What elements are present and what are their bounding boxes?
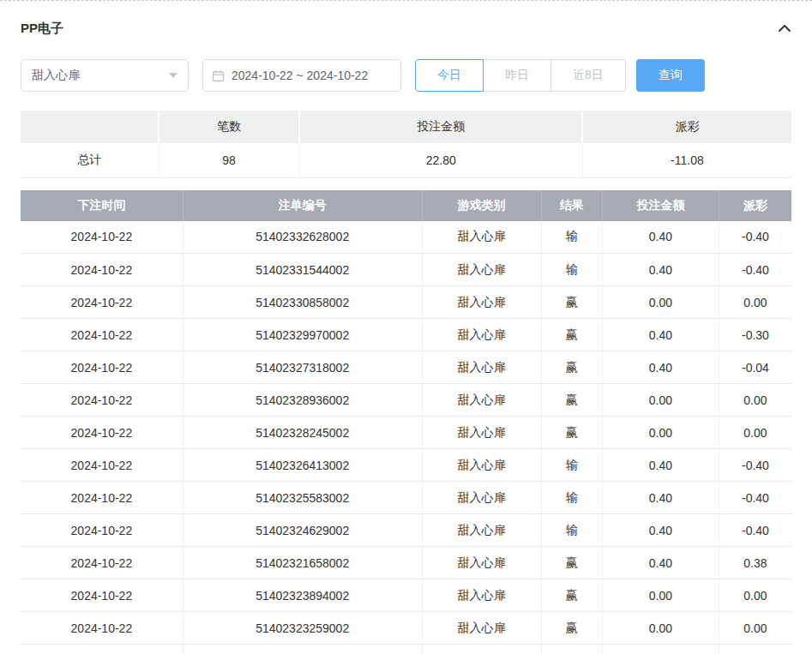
summary-header-bet-amount: 投注金额 — [299, 111, 582, 143]
result-cell: 赢 — [541, 286, 602, 319]
search-button[interactable]: 查询 — [636, 59, 705, 92]
panel-header: PP电子 — [21, 20, 791, 37]
bet-id-cell: 51402327318002 — [183, 351, 422, 384]
bet-id-cell: 51402332628002 — [183, 221, 422, 254]
bet-time-cell: 2024-10-22 — [21, 482, 183, 514]
game-type-cell: 甜入心扉 — [422, 612, 541, 645]
top-dashed-divider — [0, 0, 812, 1]
summary-header-count: 笔数 — [159, 111, 299, 143]
table-row: 2024-10-2251402329970002甜入心扉赢0.40-0.30 — [21, 319, 791, 351]
game-type-cell: 甜入心扉 — [422, 384, 541, 417]
payout-cell: -0.40 — [719, 514, 791, 547]
bet-id-cell: 51402321658002 — [183, 547, 422, 579]
payout-cell: 0.00 — [719, 384, 791, 417]
result-cell: 赢 — [541, 645, 602, 654]
table-row: 2024-10-2251402327318002甜入心扉赢0.40-0.04 — [21, 351, 791, 384]
payout-cell: 0.00 — [719, 286, 791, 319]
table-row: 2024-10-2251402321658002甜入心扉赢0.400.38 — [21, 547, 791, 579]
header-result: 结果 — [541, 190, 602, 221]
payout-cell: -0.40 — [719, 221, 791, 254]
summary-total-payout: -11.08 — [582, 143, 791, 177]
bet-amount-cell: 0.40 — [603, 254, 719, 286]
collapse-panel-button[interactable] — [778, 24, 791, 33]
result-cell: 赢 — [541, 319, 602, 351]
table-row: 2024-10-2251402328245002甜入心扉赢0.000.00 — [21, 417, 791, 449]
table-row: 2024-10-2251402331544002甜入心扉输0.40-0.40 — [21, 254, 791, 286]
result-cell: 输 — [541, 482, 602, 514]
bet-time-cell: 2024-10-22 — [21, 286, 183, 319]
game-select[interactable]: 甜入心扉 — [21, 59, 189, 92]
table-row: 2024-10-2251402328936002甜入心扉赢0.000.00 — [21, 384, 791, 417]
bet-time-cell: 2024-10-22 — [21, 579, 183, 612]
header-bet-id: 注单编号 — [183, 190, 422, 221]
quick-filter-last8days-button[interactable]: 近8日 — [550, 59, 626, 92]
bet-records-table: 下注时间 注单编号 游戏类别 结果 投注金额 派彩 2024-10-225140… — [21, 190, 791, 654]
bet-time-cell: 2024-10-22 — [21, 319, 183, 351]
bet-amount-cell: 0.00 — [603, 417, 719, 449]
chevron-up-icon — [778, 24, 791, 33]
payout-cell: -0.30 — [719, 319, 791, 351]
result-cell: 输 — [541, 514, 602, 547]
calendar-icon — [212, 69, 225, 82]
bet-amount-cell: 0.40 — [603, 449, 719, 482]
bet-id-cell: 51402330858002 — [183, 286, 422, 319]
table-row: 2024-10-2251402322618002甜入心扉赢0.000.00 — [21, 645, 791, 654]
table-row: 2024-10-2251402332628002甜入心扉输0.40-0.40 — [21, 221, 791, 254]
payout-cell: -0.40 — [719, 482, 791, 514]
bet-amount-cell: 0.40 — [603, 547, 719, 579]
summary-total-label: 总计 — [21, 143, 159, 177]
result-cell: 赢 — [541, 417, 602, 449]
table-row: 2024-10-2251402324629002甜入心扉输0.40-0.40 — [21, 514, 791, 547]
bet-table-body: 2024-10-2251402332628002甜入心扉输0.40-0.4020… — [21, 221, 791, 654]
header-game-type: 游戏类别 — [422, 190, 541, 221]
header-payout: 派彩 — [719, 190, 791, 221]
filter-bar: 甜入心扉 2024-10-22 ~ 2024-10-22 今日 昨日 近8日 查… — [21, 59, 791, 92]
result-cell: 赢 — [541, 612, 602, 645]
game-type-cell: 甜入心扉 — [422, 645, 541, 654]
game-type-cell: 甜入心扉 — [422, 221, 541, 254]
game-type-cell: 甜入心扉 — [422, 417, 541, 449]
bet-time-cell: 2024-10-22 — [21, 612, 183, 645]
game-type-cell: 甜入心扉 — [422, 547, 541, 579]
bet-amount-cell: 0.00 — [603, 384, 719, 417]
summary-header-payout: 派彩 — [582, 111, 791, 143]
game-type-cell: 甜入心扉 — [422, 286, 541, 319]
quick-filter-yesterday-button[interactable]: 昨日 — [483, 59, 551, 92]
payout-cell: 0.00 — [719, 579, 791, 612]
header-bet-amount: 投注金额 — [603, 190, 719, 221]
bet-id-cell: 51402325583002 — [183, 482, 422, 514]
game-type-cell: 甜入心扉 — [422, 482, 541, 514]
summary-total-bet-amount: 22.80 — [299, 143, 582, 177]
bet-id-cell: 51402322618002 — [183, 645, 422, 654]
chevron-down-icon — [169, 73, 177, 78]
bet-amount-cell: 0.00 — [603, 612, 719, 645]
summary-table: 笔数 投注金额 派彩 总计 98 22.80 -11.08 — [21, 111, 791, 178]
quick-filter-today-button[interactable]: 今日 — [415, 59, 484, 92]
game-type-cell: 甜入心扉 — [422, 579, 541, 612]
bet-amount-cell: 0.40 — [603, 482, 719, 514]
date-range-input[interactable]: 2024-10-22 ~ 2024-10-22 — [202, 59, 401, 92]
bet-id-cell: 51402324629002 — [183, 514, 422, 547]
payout-cell: 0.00 — [719, 612, 791, 645]
payout-cell: -0.40 — [719, 254, 791, 286]
table-row: 2024-10-2251402330858002甜入心扉赢0.000.00 — [21, 286, 791, 319]
bet-amount-cell: 0.40 — [603, 514, 719, 547]
bet-id-cell: 51402328936002 — [183, 384, 422, 417]
table-row: 2024-10-2251402325583002甜入心扉输0.40-0.40 — [21, 482, 791, 514]
bet-time-cell: 2024-10-22 — [21, 514, 183, 547]
summary-header-empty — [21, 111, 159, 143]
result-cell: 赢 — [541, 384, 602, 417]
bet-id-cell: 51402323894002 — [183, 579, 422, 612]
bet-id-cell: 51402329970002 — [183, 319, 422, 351]
result-cell: 输 — [541, 254, 602, 286]
date-range-value: 2024-10-22 ~ 2024-10-22 — [232, 69, 368, 82]
header-bet-time: 下注时间 — [21, 190, 183, 221]
result-cell: 输 — [541, 449, 602, 482]
bet-time-cell: 2024-10-22 — [21, 547, 183, 579]
result-cell: 赢 — [541, 579, 602, 612]
game-type-cell: 甜入心扉 — [422, 449, 541, 482]
table-row: 2024-10-2251402323259002甜入心扉赢0.000.00 — [21, 612, 791, 645]
bet-time-cell: 2024-10-22 — [21, 351, 183, 384]
bet-time-cell: 2024-10-22 — [21, 449, 183, 482]
summary-total-row: 总计 98 22.80 -11.08 — [21, 143, 791, 177]
